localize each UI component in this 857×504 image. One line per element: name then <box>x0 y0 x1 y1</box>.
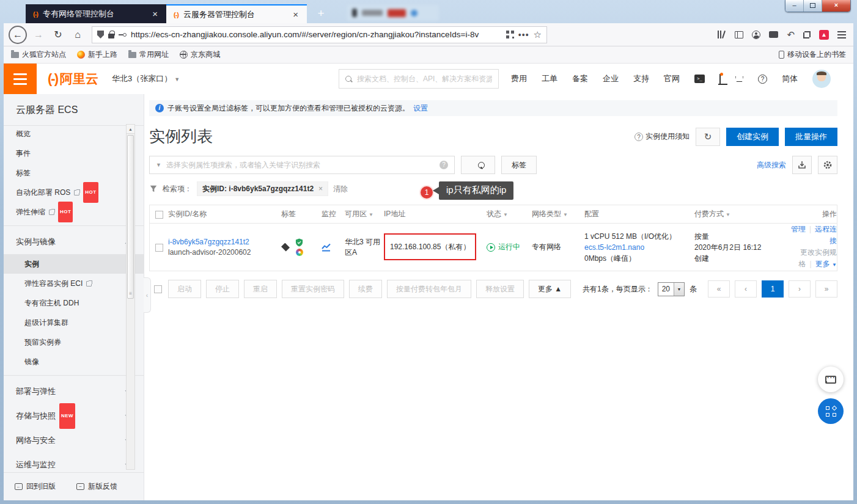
remote-connect-link[interactable]: 远程连接 <box>815 225 837 245</box>
sidebar-item-supercluster[interactable]: 超级计算集群 <box>4 313 144 332</box>
reboot-button[interactable]: 重启 <box>244 280 277 298</box>
tracking-protection-icon[interactable] <box>97 31 104 38</box>
instance-type-link[interactable]: ecs.t5-lc2m1.nano <box>584 243 644 252</box>
bookmark-item[interactable]: 京东商城 <box>180 49 220 60</box>
product-menu-button[interactable] <box>4 64 37 94</box>
minimize-button[interactable]: – <box>785 0 804 12</box>
help-icon[interactable]: ? <box>758 75 767 84</box>
scroll-up-arrow[interactable]: ▲ <box>127 125 134 134</box>
instance-id-link[interactable]: i-8vb6yk5a7gzgqzz141t2 <box>168 238 281 246</box>
permission-key-icon[interactable] <box>119 33 127 37</box>
row-checkbox[interactable] <box>155 244 163 252</box>
forward-button[interactable]: → <box>31 29 46 40</box>
sidebar-group-deploy[interactable]: 部署与弹性 <box>4 379 144 404</box>
scrollbar-thumb[interactable]: ≡ <box>127 135 134 299</box>
page-actions-icon[interactable]: ••• <box>518 30 529 40</box>
instance-search-input[interactable] <box>166 161 435 169</box>
advanced-search-link[interactable]: 高级搜索 <box>757 160 786 170</box>
col-status[interactable]: 状态▼ <box>487 209 532 219</box>
bookmark-folder[interactable]: 常用网址 <box>128 49 169 60</box>
sidebar-item-reserved[interactable]: 预留实例券 <box>4 332 144 352</box>
feedback-link[interactable]: −新版反馈 <box>76 481 117 492</box>
menu-icon[interactable] <box>837 31 846 32</box>
select-all-checkbox[interactable] <box>155 211 163 219</box>
apps-flower-icon[interactable] <box>296 249 303 256</box>
tab-close-icon[interactable]: × <box>150 9 160 19</box>
next-page-button[interactable]: › <box>789 280 811 298</box>
nav-website[interactable]: 官网 <box>664 73 680 84</box>
messages-icon[interactable] <box>769 31 778 38</box>
page-1-button[interactable]: 1 <box>762 280 784 298</box>
tag-icon[interactable] <box>281 243 290 252</box>
sidebar-group-instances-images[interactable]: 实例与镜像 <box>4 230 144 254</box>
bookmark-item[interactable]: 新手上路 <box>77 49 117 60</box>
instance-search-box[interactable]: ▼ ? <box>149 156 455 174</box>
region-selector[interactable]: 华北3（张家口）▼ <box>112 73 180 84</box>
create-instance-button[interactable]: 创建实例 <box>726 128 779 146</box>
aliyun-logo[interactable]: (-) 阿里云 <box>48 70 98 87</box>
back-button[interactable]: ← <box>9 26 27 44</box>
col-zone[interactable]: 可用区▼ <box>345 209 384 219</box>
notice-settings-link[interactable]: 设置 <box>413 103 428 114</box>
monitor-chart-icon[interactable] <box>322 243 331 252</box>
cart-icon[interactable] <box>735 76 743 82</box>
release-settings-button[interactable]: 释放设置 <box>476 280 524 298</box>
last-page-button[interactable]: » <box>815 280 837 298</box>
more-actions-link[interactable]: 更多 <box>815 260 830 268</box>
prev-page-button[interactable]: ‹ <box>735 280 757 298</box>
mobile-bookmarks[interactable]: 移动设备上的书签 <box>779 49 846 60</box>
nav-icp[interactable]: 备案 <box>572 73 588 84</box>
reset-password-button[interactable]: 重置实例密码 <box>282 280 344 298</box>
search-button[interactable] <box>461 156 495 174</box>
qr-code-icon[interactable] <box>506 31 514 38</box>
tab-close-icon[interactable]: × <box>290 9 301 20</box>
chip-close-icon[interactable]: × <box>318 184 323 193</box>
dropdown-arrow-icon[interactable]: ▼ <box>674 283 684 296</box>
screenshot-icon[interactable] <box>803 31 811 38</box>
language-selector[interactable]: 简体 <box>782 73 798 84</box>
sidebar-group-storage[interactable]: 存储与快照NEW <box>4 404 144 428</box>
convert-billing-button[interactable]: 按量付费转包年包月 <box>387 280 471 298</box>
url-bar[interactable]: https://ecs-cn-zhangjiakou.console.aliyu… <box>92 26 547 43</box>
customize-columns-button[interactable] <box>818 156 837 174</box>
sidebar-item-ros[interactable]: 自动化部署 ROSHOT <box>4 183 144 202</box>
feedback-float-button[interactable] <box>818 367 844 392</box>
refresh-button[interactable]: ↻ <box>696 128 720 146</box>
browser-tab-ecs[interactable]: (-) 云服务器管理控制台 × <box>166 4 307 23</box>
col-payment[interactable]: 付费方式▼ <box>694 209 785 219</box>
page-size-select[interactable]: 20 ▼ <box>658 282 685 296</box>
console-search[interactable] <box>339 69 499 89</box>
clear-filters-link[interactable]: 清除 <box>333 184 348 194</box>
bookmark-folder[interactable]: 火狐官方站点 <box>11 49 66 60</box>
nav-support[interactable]: 支持 <box>633 73 649 84</box>
manage-link[interactable]: 管理 <box>791 225 806 233</box>
footer-select-all-checkbox[interactable] <box>154 285 162 293</box>
sidebar-item-tags[interactable]: 标签 <box>4 163 144 183</box>
start-button[interactable]: 启动 <box>168 280 201 298</box>
apps-float-button[interactable] <box>818 398 844 424</box>
console-search-input[interactable] <box>357 75 492 83</box>
library-icon[interactable] <box>718 31 726 38</box>
home-button[interactable]: ⌂ <box>70 29 86 40</box>
bookmark-star-icon[interactable]: ☆ <box>534 29 542 40</box>
batch-actions-button[interactable]: 批量操作 <box>785 128 837 146</box>
reload-button[interactable]: ↻ <box>50 29 66 40</box>
sidebar-group-network[interactable]: 网络与安全 <box>4 428 144 453</box>
col-network[interactable]: 网络类型▼ <box>532 209 584 219</box>
nav-tickets[interactable]: 工单 <box>542 73 557 84</box>
maximize-button[interactable] <box>804 0 822 12</box>
sync-icon[interactable]: ↶ <box>787 30 795 39</box>
stop-button[interactable]: 停止 <box>206 280 239 298</box>
sidebar-item-overview[interactable]: 概览 <box>4 124 144 144</box>
search-help-icon[interactable]: ? <box>440 161 448 169</box>
user-avatar[interactable] <box>812 70 831 88</box>
extension-icon[interactable]: ▲ <box>819 30 829 40</box>
sidebar-item-instances[interactable]: 实例 <box>4 254 144 274</box>
account-icon[interactable] <box>752 31 760 39</box>
sidebar-item-autoscaling[interactable]: 弹性伸缩HOT <box>4 202 144 222</box>
sidebar-item-images[interactable]: 镜像 <box>4 352 144 371</box>
security-shield-icon[interactable] <box>295 238 303 247</box>
new-tab-button[interactable]: + <box>312 4 330 23</box>
back-to-old-version-link[interactable]: ←回到旧版 <box>15 481 56 492</box>
sidebar-item-eci[interactable]: 弹性容器实例 ECI <box>4 274 144 293</box>
